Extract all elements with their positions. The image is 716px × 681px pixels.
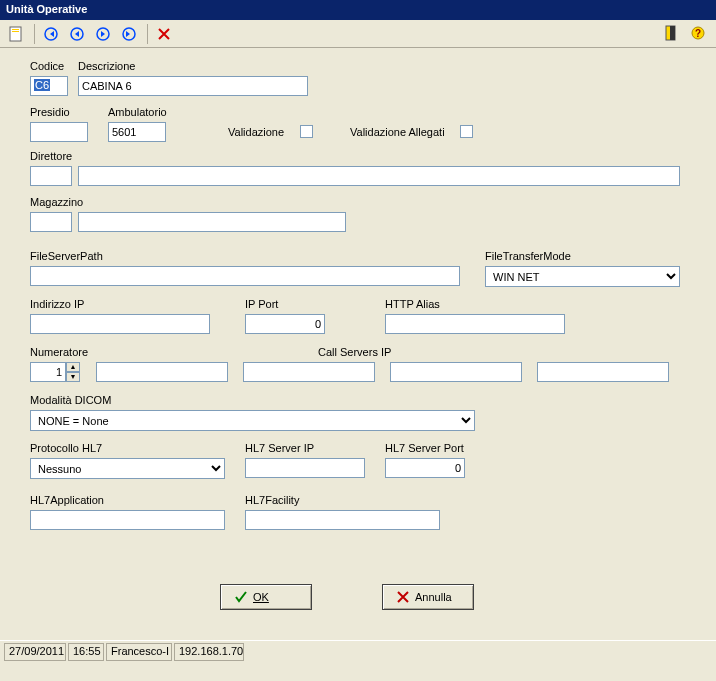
- fileserverpath-input[interactable]: [30, 266, 460, 286]
- ip-port-input[interactable]: [245, 314, 325, 334]
- protocollo-hl7-select[interactable]: Nessuno: [30, 458, 225, 479]
- label-ip-port: IP Port: [245, 298, 278, 310]
- label-ambulatorio: Ambulatorio: [108, 106, 167, 118]
- label-numeratore: Numeratore: [30, 346, 88, 358]
- status-user: Francesco-I: [106, 643, 172, 661]
- toolbar: ?: [0, 20, 716, 48]
- magazzino-name-input[interactable]: [78, 212, 346, 232]
- hl7-server-port-input[interactable]: [385, 458, 465, 478]
- window-title: Unità Operative: [6, 3, 87, 15]
- label-http-alias: HTTP Alias: [385, 298, 440, 310]
- label-hl7facility: HL7Facility: [245, 494, 299, 506]
- status-date: 27/09/2011: [4, 643, 66, 661]
- check-icon: [235, 591, 247, 603]
- nav-last-button[interactable]: [117, 23, 141, 45]
- label-hl7-server-port: HL7 Server Port: [385, 442, 464, 454]
- call-server-1-input[interactable]: [96, 362, 228, 382]
- label-magazzino: Magazzino: [30, 196, 83, 208]
- exit-icon: [665, 25, 679, 41]
- label-protocollo-hl7: Protocollo HL7: [30, 442, 102, 454]
- hl7-server-ip-input[interactable]: [245, 458, 365, 478]
- label-fileserverpath: FileServerPath: [30, 250, 103, 262]
- ok-button[interactable]: OK: [220, 584, 312, 610]
- title-bar: Unità Operative: [0, 0, 716, 20]
- help-icon: ?: [691, 26, 705, 40]
- magazzino-code-input[interactable]: [30, 212, 72, 232]
- ambulatorio-input[interactable]: [108, 122, 166, 142]
- filetransfermode-select[interactable]: WIN NET: [485, 266, 680, 287]
- spinner-up[interactable]: ▲: [66, 362, 80, 372]
- label-validazione: Validazione: [228, 126, 284, 138]
- call-server-2-input[interactable]: [243, 362, 375, 382]
- delete-icon: [158, 28, 170, 40]
- nav-first-button[interactable]: [39, 23, 63, 45]
- call-server-4-input[interactable]: [537, 362, 669, 382]
- http-alias-input[interactable]: [385, 314, 565, 334]
- label-direttore: Direttore: [30, 150, 72, 162]
- label-modalita-dicom: Modalità DICOM: [30, 394, 111, 406]
- status-host: 192.168.1.70: [174, 643, 244, 661]
- status-bar: 27/09/2011 16:55 Francesco-I 192.168.1.7…: [0, 640, 716, 663]
- label-descrizione: Descrizione: [78, 60, 135, 72]
- cancel-icon: [397, 591, 409, 603]
- indirizzo-ip-input[interactable]: [30, 314, 210, 334]
- descrizione-input[interactable]: [78, 76, 308, 96]
- label-filetransfermode: FileTransferMode: [485, 250, 571, 262]
- ok-label: OK: [253, 591, 269, 603]
- numeratore-spinner[interactable]: ▲ ▼: [30, 362, 80, 382]
- call-server-3-input[interactable]: [390, 362, 522, 382]
- label-validazione-allegati: Validazione Allegati: [350, 126, 445, 138]
- nav-prev-button[interactable]: [65, 23, 89, 45]
- hl7facility-input[interactable]: [245, 510, 440, 530]
- next-icon: [96, 27, 110, 41]
- status-time: 16:55: [68, 643, 104, 661]
- label-indirizzo-ip: Indirizzo IP: [30, 298, 84, 310]
- new-icon: [9, 26, 23, 42]
- toolbar-separator: [147, 24, 148, 44]
- label-call-servers-ip: Call Servers IP: [318, 346, 391, 358]
- label-codice: Codice: [30, 60, 64, 72]
- svg-rect-2: [12, 31, 19, 32]
- exit-button[interactable]: [660, 22, 684, 44]
- hl7application-input[interactable]: [30, 510, 225, 530]
- label-presidio: Presidio: [30, 106, 70, 118]
- form-content: Codice Descrizione C6 Presidio Ambulator…: [0, 48, 716, 640]
- delete-button[interactable]: [152, 23, 176, 45]
- label-hl7-server-ip: HL7 Server IP: [245, 442, 314, 454]
- presidio-input[interactable]: [30, 122, 88, 142]
- cancel-label: Annulla: [415, 591, 452, 603]
- direttore-name-input[interactable]: [78, 166, 680, 186]
- validazione-allegati-checkbox[interactable]: [460, 125, 473, 138]
- label-hl7application: HL7Application: [30, 494, 104, 506]
- cancel-button[interactable]: Annulla: [382, 584, 474, 610]
- direttore-code-input[interactable]: [30, 166, 72, 186]
- numeratore-input[interactable]: [30, 362, 66, 382]
- nav-next-button[interactable]: [91, 23, 115, 45]
- spinner-down[interactable]: ▼: [66, 372, 80, 382]
- svg-text:?: ?: [695, 28, 701, 39]
- help-button[interactable]: ?: [686, 22, 710, 44]
- first-icon: [44, 27, 58, 41]
- validazione-checkbox[interactable]: [300, 125, 313, 138]
- codice-input[interactable]: C6: [34, 79, 50, 91]
- toolbar-separator: [34, 24, 35, 44]
- svg-rect-8: [670, 26, 675, 40]
- prev-icon: [70, 27, 84, 41]
- last-icon: [122, 27, 136, 41]
- new-button[interactable]: [4, 23, 28, 45]
- svg-rect-1: [12, 29, 19, 30]
- modalita-dicom-select[interactable]: NONE = None: [30, 410, 475, 431]
